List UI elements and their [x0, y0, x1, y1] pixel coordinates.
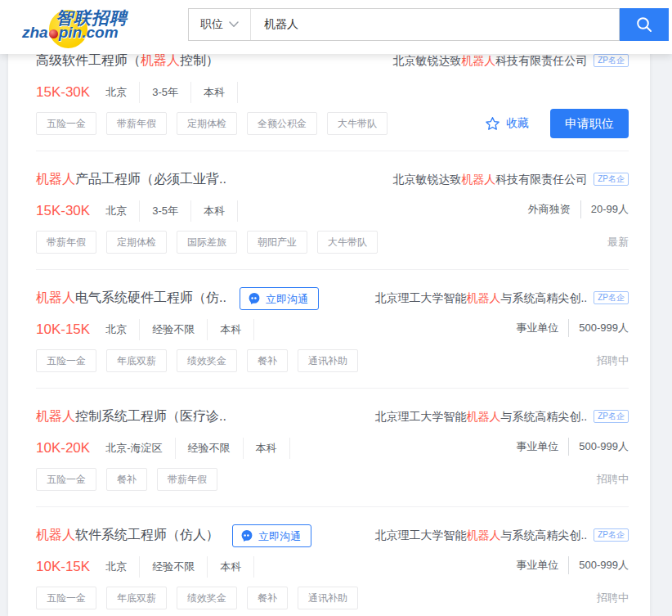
chevron-down-icon: [229, 21, 239, 28]
favorite-button[interactable]: 收藏: [485, 116, 529, 132]
site-header: 智联招聘 zhapin.com 职位: [0, 0, 672, 54]
job-detail: 北京: [93, 556, 140, 578]
job-tag: 餐补: [106, 468, 147, 491]
job-title[interactable]: 高级软件工程师（机器人控制）: [36, 52, 219, 69]
job-detail: 北京: [93, 82, 140, 103]
zhaopin-logo[interactable]: 智联招聘 zhapin.com: [10, 2, 132, 52]
job-detail: 北京: [93, 200, 140, 222]
company-name[interactable]: 北京理工大学智能机器人与系统高精尖创..: [374, 527, 587, 543]
search-results-card: 高级软件工程师（机器人控制） 北京敏锐达致机器人科技有限责任公司 ZP名企 15…: [8, 33, 650, 616]
job-listing[interactable]: 机器人软件系统工程师（仿人） 立即沟通 北京理工大学智能机器人与系统高精尖创..…: [36, 507, 629, 616]
star-icon: [485, 116, 500, 132]
chat-button[interactable]: 立即沟通: [232, 524, 311, 547]
job-tag: 绩效奖金: [177, 349, 237, 372]
company-info: 事业单位500-999人: [506, 319, 629, 348]
company-info: 事业单位500-999人: [506, 556, 629, 586]
job-tag: 餐补: [247, 349, 288, 372]
chat-bubble-icon: [248, 292, 261, 305]
job-detail: 本科: [191, 200, 238, 222]
job-tags: 带薪年假定期体检国际差旅朝阳产业大牛带队: [36, 230, 392, 254]
job-tag: 带薪年假: [106, 112, 167, 135]
logo-red-dot-icon: [49, 29, 58, 38]
job-details: 北京3-5年本科: [93, 82, 238, 103]
chat-bubble-icon: [240, 529, 253, 542]
company-info-item: 500-999人: [568, 319, 629, 337]
job-tag: 大牛带队: [327, 112, 388, 135]
job-detail: 3-5年: [140, 200, 191, 222]
job-tag: 带薪年假: [157, 468, 217, 491]
job-tags: 五险一金年底双薪绩效奖金餐补通讯补助: [36, 586, 374, 610]
search-bar: 职位: [188, 8, 669, 41]
job-title[interactable]: 机器人软件系统工程师（仿人）: [36, 527, 219, 543]
status-label: 招聘中: [597, 591, 629, 605]
company-badge: ZP名企: [594, 291, 629, 304]
apply-button[interactable]: 申请职位: [550, 109, 629, 138]
search-input[interactable]: [251, 9, 619, 40]
search-box: 职位: [188, 8, 620, 41]
job-tag: 五险一金: [36, 349, 96, 372]
salary: 10K-20K: [36, 438, 90, 459]
job-details: 北京经验不限本科: [93, 556, 254, 578]
search-category-label: 职位: [200, 17, 223, 32]
job-detail: 本科: [191, 82, 238, 103]
company-name[interactable]: 北京敏锐达致机器人科技有限责任公司: [392, 171, 587, 187]
salary: 15K-30K: [36, 200, 90, 222]
logo-domain-text: zhapin.com: [22, 24, 119, 42]
chat-button-label: 立即沟通: [258, 531, 301, 542]
job-detail: 北京: [93, 319, 140, 340]
job-title[interactable]: 机器人控制系统工程师（医疗诊..: [36, 408, 226, 425]
salary: 10K-15K: [36, 556, 90, 578]
company-badge: ZP名企: [594, 410, 629, 423]
search-icon: [635, 16, 653, 34]
company-badge: ZP名企: [594, 528, 629, 542]
job-title[interactable]: 机器人电气系统硬件工程师（仿..: [36, 290, 226, 306]
job-detail: 本科: [208, 319, 254, 340]
status-label: 最新: [607, 235, 629, 250]
job-tag: 五险一金: [36, 112, 96, 135]
company-info: 事业单位500-999人: [506, 438, 629, 467]
job-detail: 本科: [244, 438, 290, 459]
company-name[interactable]: 北京敏锐达致机器人科技有限责任公司: [392, 52, 587, 69]
salary: 15K-30K: [36, 82, 90, 103]
job-tag: 带薪年假: [36, 231, 96, 254]
company-info-item: 500-999人: [568, 556, 629, 574]
job-detail: 经验不限: [140, 556, 208, 578]
job-detail: 经验不限: [176, 438, 244, 459]
job-tag: 年底双薪: [106, 587, 167, 609]
job-listing[interactable]: 机器人电气系统硬件工程师（仿.. 立即沟通 北京理工大学智能机器人与系统高精尖创…: [36, 270, 629, 389]
company-badge: ZP名企: [594, 54, 629, 67]
search-category-dropdown[interactable]: 职位: [189, 9, 251, 40]
search-button[interactable]: [620, 8, 669, 41]
job-list: 高级软件工程师（机器人控制） 北京敏锐达致机器人科技有限责任公司 ZP名企 15…: [8, 33, 650, 616]
job-tag: 通讯补助: [298, 349, 358, 372]
company-badge: ZP名企: [594, 173, 629, 186]
job-tag: 定期体检: [177, 112, 237, 135]
company-info: 外商独资20-99人: [518, 200, 629, 230]
job-tag: 国际差旅: [177, 231, 237, 254]
company-info-item: 事业单位: [506, 438, 568, 456]
job-listing[interactable]: 机器人产品工程师（必须工业背.. 北京敏锐达致机器人科技有限责任公司 ZP名企 …: [36, 151, 629, 270]
row-actions: 收藏 申请职位: [485, 109, 629, 138]
company-info-item: 外商独资: [518, 200, 580, 218]
job-details: 北京3-5年本科: [93, 200, 238, 222]
job-tag: 餐补: [247, 587, 288, 609]
job-tag: 年底双薪: [106, 349, 167, 372]
job-tag: 定期体检: [106, 231, 167, 254]
job-tag: 全额公积金: [247, 112, 317, 135]
job-tag: 绩效奖金: [177, 587, 237, 609]
job-tag: 通讯补助: [298, 587, 358, 609]
chat-button[interactable]: 立即沟通: [240, 287, 319, 310]
status-label: 招聘中: [597, 353, 629, 368]
company-info-item: 500-999人: [568, 438, 629, 456]
company-name[interactable]: 北京理工大学智能机器人与系统高精尖创..: [374, 290, 587, 306]
company-info-item: 事业单位: [506, 319, 568, 337]
job-tags: 五险一金餐补带薪年假: [36, 467, 374, 492]
job-detail: 北京-海淀区: [93, 438, 175, 459]
company-name[interactable]: 北京理工大学智能机器人与系统高精尖创..: [374, 408, 587, 425]
job-title[interactable]: 机器人产品工程师（必须工业背..: [36, 171, 226, 187]
salary: 10K-15K: [36, 319, 90, 340]
job-tag: 五险一金: [36, 587, 96, 609]
favorite-label: 收藏: [506, 116, 529, 131]
job-listing[interactable]: 机器人控制系统工程师（医疗诊.. 北京理工大学智能机器人与系统高精尖创.. ZP…: [36, 389, 629, 507]
job-tag: 朝阳产业: [247, 231, 307, 254]
